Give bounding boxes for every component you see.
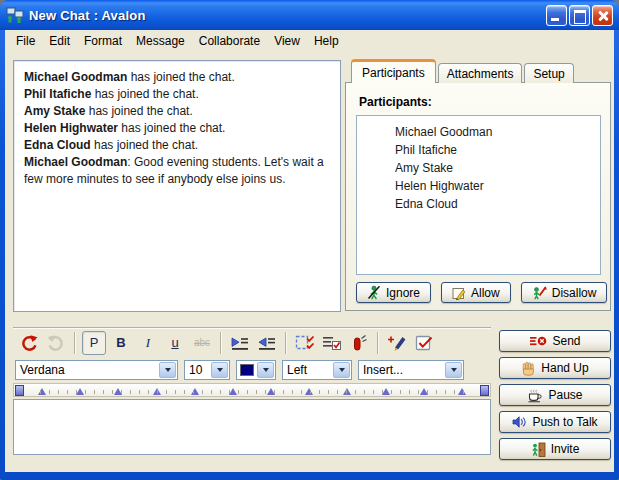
outdent-icon[interactable] bbox=[255, 331, 279, 355]
push-to-talk-button[interactable]: Push to Talk bbox=[499, 411, 611, 433]
redo-icon bbox=[44, 331, 68, 355]
compose-area: P B I u abc bbox=[13, 327, 491, 455]
italic-button[interactable]: I bbox=[136, 331, 160, 355]
menu-message[interactable]: Message bbox=[129, 32, 192, 50]
indent-marker-right[interactable] bbox=[480, 385, 489, 396]
menu-collaborate[interactable]: Collaborate bbox=[192, 32, 267, 50]
sender-name: Michael Goodman bbox=[24, 70, 127, 84]
chevron-down-icon bbox=[165, 368, 171, 372]
dropdown-button[interactable] bbox=[333, 362, 350, 378]
spellcheck-icon[interactable] bbox=[412, 331, 436, 355]
font-family-value: Verdana bbox=[16, 361, 158, 379]
tab-stop-marker bbox=[229, 388, 237, 395]
separator bbox=[377, 332, 379, 354]
chat-app-icon bbox=[6, 7, 24, 23]
insert-select[interactable]: Insert... bbox=[358, 360, 464, 380]
message-text: has joined the chat. bbox=[127, 70, 234, 84]
chat-transcript[interactable]: Michael Goodman has joined the chat. Phi… bbox=[13, 60, 341, 312]
indent-icon[interactable] bbox=[228, 331, 252, 355]
client-area: File Edit Format Message Collaborate Vie… bbox=[5, 30, 614, 472]
disallow-button[interactable]: Disallow bbox=[521, 282, 608, 303]
indent-marker-left[interactable] bbox=[15, 385, 24, 396]
alignment-select[interactable]: Left bbox=[282, 360, 352, 380]
send-button[interactable]: Send bbox=[499, 330, 611, 352]
tab-ruler[interactable] bbox=[13, 383, 491, 397]
hand-up-label: Hand Up bbox=[541, 361, 588, 375]
invite-button[interactable]: Invite bbox=[499, 438, 611, 460]
message-text: has joined the chat. bbox=[85, 104, 192, 118]
dropdown-button[interactable] bbox=[159, 362, 176, 378]
tab-stops bbox=[38, 388, 466, 395]
participant-row[interactable]: Michael Goodman bbox=[395, 123, 600, 141]
send-label: Send bbox=[552, 334, 580, 348]
message-text: has joined the chat. bbox=[91, 138, 198, 152]
chat-window: New Chat : Avalon File Edit Format Messa… bbox=[0, 0, 619, 480]
participant-row[interactable]: Helen Highwater bbox=[395, 177, 600, 195]
chevron-down-icon bbox=[263, 368, 269, 372]
dropdown-button[interactable] bbox=[445, 362, 462, 378]
participant-row[interactable]: Phil Itafiche bbox=[395, 141, 600, 159]
tab-stop-marker bbox=[458, 388, 466, 395]
tab-setup[interactable]: Setup bbox=[524, 63, 573, 83]
pause-button[interactable]: Pause bbox=[499, 384, 611, 406]
strikethrough-button: abc bbox=[190, 331, 214, 355]
allow-note-icon bbox=[452, 286, 466, 300]
tab-stop-marker bbox=[305, 388, 313, 395]
underline-button[interactable]: u bbox=[163, 331, 187, 355]
dropdown-button[interactable] bbox=[211, 362, 228, 378]
tab-stop-marker bbox=[76, 388, 84, 395]
message-text: has joined the chat. bbox=[91, 87, 198, 101]
menu-edit[interactable]: Edit bbox=[42, 32, 77, 50]
sender-name: Helen Highwater bbox=[24, 121, 118, 135]
tab-participants[interactable]: Participants bbox=[351, 59, 436, 83]
participant-actions: Ignore Allow bbox=[356, 282, 607, 303]
chat-message: Amy Stake has joined the chat. bbox=[24, 103, 330, 120]
menu-view[interactable]: View bbox=[267, 32, 307, 50]
tab-stop-marker bbox=[114, 388, 122, 395]
menu-bar: File Edit Format Message Collaborate Vie… bbox=[5, 30, 614, 51]
message-input[interactable] bbox=[13, 399, 491, 455]
hand-up-button[interactable]: Hand Up bbox=[499, 357, 611, 379]
participant-row[interactable]: Edna Cloud bbox=[395, 195, 600, 213]
participants-list[interactable]: Michael Goodman Phil Itafiche Amy Stake … bbox=[356, 115, 601, 275]
tab-stop-marker bbox=[153, 388, 161, 395]
ignore-button[interactable]: Ignore bbox=[356, 282, 431, 303]
plain-style-button[interactable]: P bbox=[82, 331, 106, 355]
tab-stop-marker bbox=[343, 388, 351, 395]
participant-row[interactable]: Amy Stake bbox=[395, 159, 600, 177]
marker-icon[interactable] bbox=[347, 331, 371, 355]
separator bbox=[285, 332, 287, 354]
font-size-select[interactable]: 10 bbox=[184, 360, 230, 380]
separator bbox=[220, 332, 222, 354]
minimize-icon[interactable] bbox=[546, 5, 567, 26]
tab-attachments[interactable]: Attachments bbox=[438, 63, 523, 83]
tab-stop-marker bbox=[191, 388, 199, 395]
bold-button[interactable]: B bbox=[109, 331, 133, 355]
dropdown-button[interactable] bbox=[257, 362, 274, 378]
menu-file[interactable]: File bbox=[9, 32, 42, 50]
close-icon[interactable] bbox=[592, 5, 613, 26]
tab-stop-marker bbox=[382, 388, 390, 395]
format-toolbar: P B I u abc bbox=[13, 327, 491, 357]
invite-door-icon bbox=[531, 442, 546, 457]
chat-message: Phil Itafiche has joined the chat. bbox=[24, 86, 330, 103]
signature-icon[interactable] bbox=[385, 331, 409, 355]
participants-label: Participants: bbox=[359, 95, 432, 109]
coffee-cup-icon bbox=[527, 388, 543, 403]
ignore-person-icon bbox=[367, 285, 381, 300]
chevron-down-icon bbox=[339, 368, 345, 372]
menu-help[interactable]: Help bbox=[307, 32, 346, 50]
sender-name: Edna Cloud bbox=[24, 138, 91, 152]
title-bar[interactable]: New Chat : Avalon bbox=[0, 0, 619, 30]
allow-button[interactable]: Allow bbox=[441, 282, 511, 303]
color-swatch bbox=[240, 364, 254, 376]
select-check-icon[interactable] bbox=[293, 331, 317, 355]
undo-icon[interactable] bbox=[17, 331, 41, 355]
menu-format[interactable]: Format bbox=[77, 32, 129, 50]
maximize-icon[interactable] bbox=[569, 5, 590, 26]
chat-message: Michael Goodman: Good evening students. … bbox=[24, 154, 330, 188]
chevron-down-icon bbox=[217, 368, 223, 372]
font-color-select[interactable] bbox=[236, 360, 276, 380]
list-check-icon[interactable] bbox=[320, 331, 344, 355]
font-family-select[interactable]: Verdana bbox=[15, 360, 178, 380]
